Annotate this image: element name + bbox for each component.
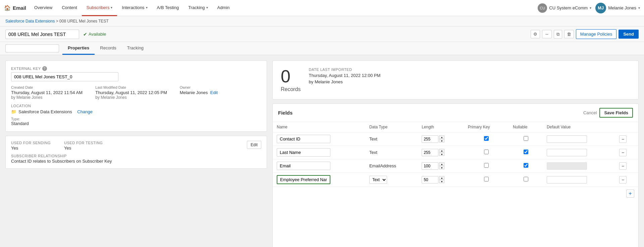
tab-records[interactable]: Records <box>95 42 121 55</box>
used-for-testing-value: Yes <box>64 146 103 151</box>
cancel-button[interactable]: Cancel <box>583 110 597 115</box>
field-datatype-cell-3: Text <box>365 173 418 187</box>
field-nullable-checkbox-3[interactable] <box>524 177 528 181</box>
owner-edit-link[interactable]: Edit <box>210 90 218 95</box>
save-fields-button[interactable]: Save Fields <box>599 108 633 118</box>
left-panel: EXTERNAL KEY ? Created Date Thursday, Au… <box>5 60 267 247</box>
send-button[interactable]: Send <box>619 30 639 39</box>
field-default-cell-2 <box>543 159 615 173</box>
manage-policies-button[interactable]: Manage Policies <box>576 29 616 39</box>
field-remove-button-3[interactable]: − <box>619 176 627 183</box>
field-name-input-3[interactable] <box>277 175 330 184</box>
field-length-down-3[interactable]: ▼ <box>439 180 444 183</box>
table-row: Text▲▼− <box>273 146 638 159</box>
nav-item-interactions[interactable]: Interactions ▾ <box>117 0 152 16</box>
nav-label-overview: Overview <box>34 5 52 10</box>
add-field-button[interactable]: + <box>626 190 634 198</box>
field-length-up-2[interactable]: ▲ <box>439 162 444 166</box>
field-default-input-1[interactable] <box>547 149 587 156</box>
field-remove-button-2[interactable]: − <box>619 162 627 170</box>
field-length-down-2[interactable]: ▼ <box>439 166 444 169</box>
field-length-up-1[interactable]: ▲ <box>439 149 444 152</box>
field-datatype-label-2: EmailAddress <box>369 163 396 168</box>
field-length-down-0[interactable]: ▼ <box>439 139 444 142</box>
field-pk-cell-2 <box>464 159 509 173</box>
fields-actions: Cancel Save Fields <box>583 108 633 118</box>
nav-item-abtesting[interactable]: A/B Testing <box>152 0 184 16</box>
used-for-sending-label: USED FOR SENDING <box>11 141 51 145</box>
nav-item-admin[interactable]: Admin <box>213 0 234 16</box>
home-icon: 🏠 <box>4 5 11 11</box>
sending-header: USED FOR SENDING Yes USED FOR TESTING Ye… <box>11 141 261 151</box>
field-remove-button-0[interactable]: − <box>619 135 627 143</box>
account-dropdown-icon: ▾ <box>590 6 591 10</box>
link-button[interactable]: ↔ <box>542 30 552 38</box>
col-defaultvalue: Default Value <box>543 122 615 132</box>
field-length-input-3[interactable] <box>422 176 438 183</box>
field-pk-checkbox-3[interactable] <box>484 177 489 181</box>
user-selector[interactable]: MJ Melanie Jones ▾ <box>595 3 640 13</box>
sub-tabs: Properties Records Tracking <box>0 42 644 55</box>
records-label: Records <box>281 86 301 92</box>
field-pk-checkbox-1[interactable] <box>484 150 489 154</box>
field-pk-checkbox-0[interactable] <box>484 136 489 141</box>
field-length-down-1[interactable]: ▼ <box>439 153 444 156</box>
field-nullable-checkbox-0[interactable] <box>524 136 528 141</box>
field-length-input-0[interactable] <box>422 135 438 143</box>
field-length-cell-0: ▲▼ <box>418 132 464 146</box>
filter-button[interactable]: ⚙ <box>531 30 540 38</box>
field-nullable-checkbox-1[interactable] <box>524 150 528 154</box>
created-date-label: Created Date <box>11 85 93 89</box>
nav-item-content[interactable]: Content <box>57 0 82 16</box>
subscriber-rel-label: SUBSCRIBER RELATIONSHIP <box>11 154 261 158</box>
field-datatype-cell-1: Text <box>365 146 418 159</box>
location-change-link[interactable]: Change <box>77 109 93 114</box>
field-datatype-label-0: Text <box>369 136 377 141</box>
nav-item-overview[interactable]: Overview <box>30 0 57 16</box>
delete-button[interactable]: 🗑 <box>564 30 574 38</box>
de-title-input[interactable] <box>5 30 79 39</box>
nav-label-tracking: Tracking <box>188 5 205 10</box>
field-default-input-2 <box>547 162 587 170</box>
field-type-select-3[interactable]: Text <box>369 176 387 184</box>
field-name-input-2[interactable] <box>277 162 330 170</box>
account-selector[interactable]: CU CU System eComm ▾ <box>538 3 591 13</box>
field-length-input-2[interactable] <box>422 162 438 170</box>
breadcrumb-current: 008 UREL Mel Jones TEST <box>59 19 109 24</box>
field-default-input-3[interactable] <box>547 176 587 183</box>
tab-properties-label: Properties <box>68 45 89 50</box>
nav-item-tracking[interactable]: Tracking ▾ <box>183 0 212 16</box>
external-key-input[interactable] <box>11 72 118 81</box>
nav-label-abtesting: A/B Testing <box>157 5 179 10</box>
field-name-cell-2 <box>273 159 365 173</box>
field-nullable-checkbox-2[interactable] <box>524 163 528 168</box>
external-key-help-icon[interactable]: ? <box>42 66 47 71</box>
field-length-up-3[interactable]: ▲ <box>439 176 444 179</box>
field-remove-button-1[interactable]: − <box>619 149 627 156</box>
available-label: Available <box>89 32 106 37</box>
sending-card: USED FOR SENDING Yes USED FOR TESTING Ye… <box>5 136 267 169</box>
field-name-input-1[interactable] <box>277 148 330 157</box>
created-date-value: Thursday, August 11, 2022 11:54 AM <box>11 90 93 95</box>
fields-title: Fields <box>278 110 292 116</box>
nav-brand[interactable]: 🏠 Email <box>4 5 26 11</box>
account-avatar: CU <box>538 3 547 13</box>
breadcrumb-parent[interactable]: Salesforce Data Extensions <box>5 19 55 24</box>
nav-label-content: Content <box>62 5 77 10</box>
field-pk-checkbox-2[interactable] <box>484 163 489 168</box>
tab-properties[interactable]: Properties <box>62 42 95 55</box>
date-imported-label: DATE LAST IMPORTED <box>309 68 381 72</box>
sending-edit-button[interactable]: Edit <box>247 141 261 149</box>
properties-card: EXTERNAL KEY ? Created Date Thursday, Au… <box>5 60 267 132</box>
toolbar-right: ⚙ ↔ ⧉ 🗑 Manage Policies Send <box>531 29 639 39</box>
tab-tracking[interactable]: Tracking <box>122 42 149 55</box>
field-length-up-0[interactable]: ▲ <box>439 135 444 139</box>
nav-item-subscribers[interactable]: Subscribers ▾ <box>82 0 117 16</box>
field-name-input-0[interactable] <box>277 135 330 143</box>
field-pk-cell-1 <box>464 146 509 159</box>
field-length-input-1[interactable] <box>422 149 438 156</box>
sub-tab-search[interactable] <box>5 44 59 52</box>
field-default-input-0[interactable] <box>547 135 587 143</box>
modified-date-label: Last Modified Date <box>95 85 177 89</box>
copy-button[interactable]: ⧉ <box>554 30 562 39</box>
